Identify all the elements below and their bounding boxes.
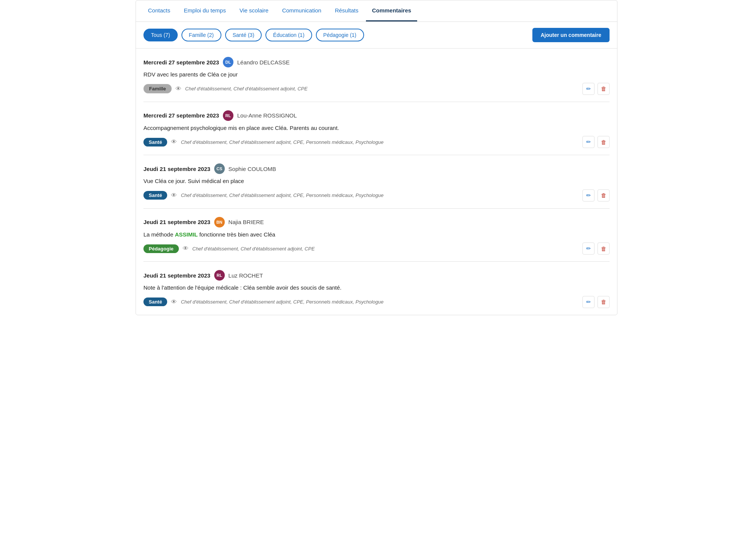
visibility-text: Chef d'établissement, Chef d'établisseme… [185,86,308,92]
nav-tab-résultats[interactable]: Résultats [329,0,364,21]
comment-item-4: Jeudi 21 septembre 2023RLLuz ROCHETNote … [143,262,610,315]
comments-list: Mercredi 27 septembre 2023DLLéandro DELC… [136,49,617,315]
visibility-text: Chef d'établissement, Chef d'établisseme… [192,246,315,252]
comment-header-4: Jeudi 21 septembre 2023RLLuz ROCHET [143,270,610,281]
edit-icon: ✏ [586,299,591,305]
edit-icon: ✏ [586,192,591,199]
edit-button[interactable]: ✏ [582,296,594,308]
delete-icon: 🗑 [601,85,607,92]
visibility-text: Chef d'établissement, Chef d'établisseme… [181,139,383,145]
delete-icon: 🗑 [601,246,607,252]
nav-tabs: ContactsEmploi du tempsVie scolaireCommu… [136,0,617,22]
nav-tab-emploi-du-temps[interactable]: Emploi du temps [178,0,232,21]
comment-meta: Santé👁Chef d'établissement, Chef d'établ… [143,296,610,308]
comment-body: Accompagnement psychologique mis en plac… [143,124,610,133]
visibility-icon: 👁 [175,85,181,92]
filter-chip-4[interactable]: Pédagogie (1) [316,29,364,41]
comment-body: Note à l'attention de l'équipe médicale … [143,284,610,292]
comment-item-0: Mercredi 27 septembre 2023DLLéandro DELC… [143,49,610,102]
visibility-icon: 👁 [171,299,177,305]
visibility-icon: 👁 [171,192,177,199]
comment-body: Vue Cléa ce jour. Suivi médical en place [143,177,610,186]
comment-actions: ✏🗑 [582,243,610,255]
edit-icon: ✏ [586,85,591,92]
delete-icon: 🗑 [601,139,607,145]
comment-date: Jeudi 21 septembre 2023 [143,166,210,172]
comment-tag: Pédagogie [143,244,179,253]
delete-icon: 🗑 [601,192,607,198]
filter-chip-1[interactable]: Famille (2) [181,29,221,41]
comment-tag: Famille [143,84,172,93]
comment-actions: ✏🗑 [582,189,610,201]
comment-body: RDV avec les parents de Cléa ce jour [143,70,610,79]
comment-actions: ✏🗑 [582,296,610,308]
comment-author: Lou-Anne ROSSIGNOL [237,112,297,119]
delete-icon: 🗑 [601,299,607,305]
delete-button[interactable]: 🗑 [598,136,610,148]
nav-tab-contacts[interactable]: Contacts [142,0,176,21]
avatar: BN [214,217,225,227]
comment-header-2: Jeudi 21 septembre 2023CSSophie COULOMB [143,163,610,174]
comment-date: Jeudi 21 septembre 2023 [143,272,210,279]
comment-header-0: Mercredi 27 septembre 2023DLLéandro DELC… [143,57,610,67]
visibility-text: Chef d'établissement, Chef d'établisseme… [181,192,383,198]
nav-tab-communication[interactable]: Communication [276,0,327,21]
comment-header-1: Mercredi 27 septembre 2023RLLou-Anne ROS… [143,110,610,121]
avatar: RL [214,270,225,281]
comment-date: Mercredi 27 septembre 2023 [143,59,219,66]
filter-chip-0[interactable]: Tous (7) [143,29,178,41]
comment-author: Sophie COULOMB [229,166,276,172]
app-container: ContactsEmploi du tempsVie scolaireCommu… [136,0,617,315]
comment-meta: Santé👁Chef d'établissement, Chef d'établ… [143,136,610,148]
comment-item-1: Mercredi 27 septembre 2023RLLou-Anne ROS… [143,102,610,156]
filter-chip-2[interactable]: Santé (3) [225,29,262,41]
avatar: CS [214,163,225,174]
delete-button[interactable]: 🗑 [598,83,610,95]
comment-meta: Pédagogie👁Chef d'établissement, Chef d'é… [143,243,610,255]
comment-tag: Santé [143,298,167,306]
visibility-icon: 👁 [171,139,177,145]
comment-actions: ✏🗑 [582,83,610,95]
comment-item-2: Jeudi 21 septembre 2023CSSophie COULOMBV… [143,155,610,209]
edit-button[interactable]: ✏ [582,189,594,201]
comment-meta: Famille👁Chef d'établissement, Chef d'éta… [143,83,610,95]
delete-button[interactable]: 🗑 [598,243,610,255]
comment-author: Léandro DELCASSE [237,59,290,66]
comment-date: Jeudi 21 septembre 2023 [143,219,210,225]
edit-icon: ✏ [586,245,591,252]
visibility-text: Chef d'établissement, Chef d'établisseme… [181,299,383,305]
add-comment-button[interactable]: Ajouter un commentaire [532,28,610,42]
comment-body: La méthode ASSIMIL fonctionne très bien … [143,230,610,239]
delete-button[interactable]: 🗑 [598,189,610,201]
nav-tab-vie-scolaire[interactable]: Vie scolaire [233,0,274,21]
delete-button[interactable]: 🗑 [598,296,610,308]
nav-tab-commentaires[interactable]: Commentaires [366,0,417,21]
avatar: DL [223,57,233,67]
comment-author: Najia BRIERE [229,219,264,225]
comment-item-3: Jeudi 21 septembre 2023BNNajia BRIERELa … [143,209,610,262]
edit-button[interactable]: ✏ [582,83,594,95]
visibility-icon: 👁 [183,245,189,252]
comment-actions: ✏🗑 [582,136,610,148]
filter-bar: Tous (7)Famille (2)Santé (3)Éducation (1… [136,22,617,49]
edit-button[interactable]: ✏ [582,243,594,255]
comment-date: Mercredi 27 septembre 2023 [143,112,219,119]
comment-header-3: Jeudi 21 septembre 2023BNNajia BRIERE [143,217,610,227]
comment-tag: Santé [143,138,167,146]
edit-button[interactable]: ✏ [582,136,594,148]
filter-chip-3[interactable]: Éducation (1) [265,29,312,41]
comment-author: Luz ROCHET [229,272,263,279]
edit-icon: ✏ [586,139,591,145]
avatar: RL [223,110,233,121]
comment-tag: Santé [143,191,167,200]
comment-meta: Santé👁Chef d'établissement, Chef d'établ… [143,189,610,201]
